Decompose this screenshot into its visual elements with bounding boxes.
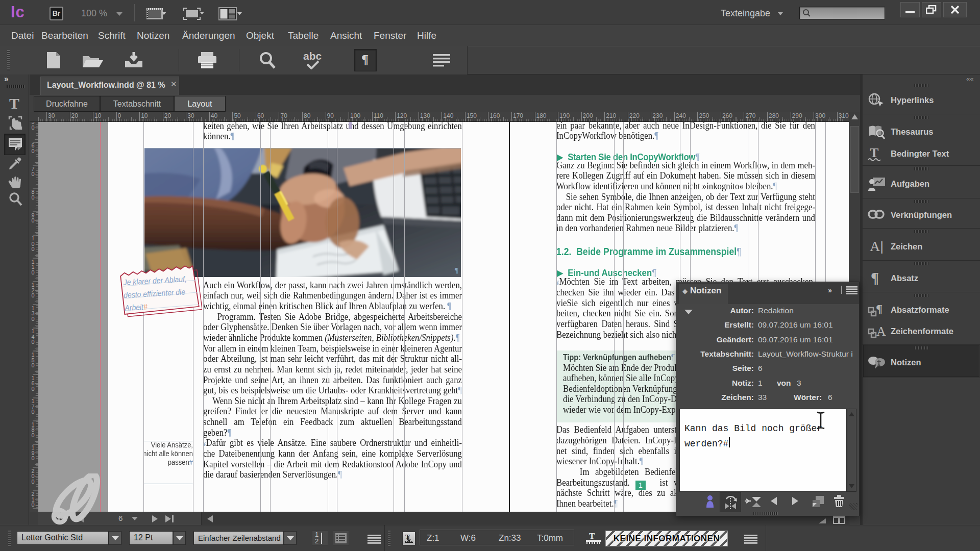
svg-text:Arbeit#: Arbeit#: [124, 303, 148, 312]
svg-text:A: A: [876, 324, 886, 339]
svg-text:¶: ¶: [876, 303, 883, 315]
